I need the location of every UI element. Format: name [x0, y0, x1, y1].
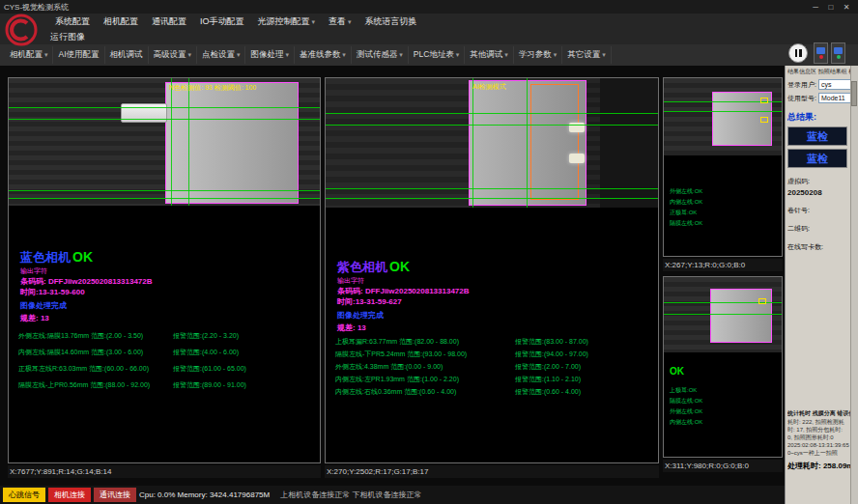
- heartbeat-status-badge: 心跳信号: [3, 488, 45, 502]
- measurement-row: 外侧左线:隔膜13.76mm 范围:(2.00 - 3.50) 报警范围:(2.…: [9, 331, 320, 344]
- menu-io-manual-config[interactable]: IO手动配置: [193, 14, 251, 30]
- alarm-range: 报警范围:(0.60 - 4.00): [515, 387, 581, 397]
- app-window: CYS-视觉检测系统 ─ □ ✕ 系统配置 相机配置 通讯配置 IO手动配置 光…: [0, 0, 858, 504]
- menu-language-switch[interactable]: 系统语言切换: [358, 14, 423, 30]
- overlay-line: [9, 107, 320, 108]
- sidebar-group-tabs[interactable]: 结果信息区 拍照结果组 检测结果组: [787, 66, 851, 76]
- mini-result-row: 正极耳:OK: [670, 208, 702, 218]
- toolbar: 相机配置 AI使用配置 相机调试 高级设置 点检设置 图像处理 基准线参数 测试…: [0, 44, 858, 66]
- scrollbar-thumb[interactable]: [851, 81, 857, 106]
- measurement-list: 上极耳漏R:63.77mm 范围:(82.00 - 88.00) 报警范围:(8…: [326, 337, 658, 400]
- app-logo-icon: [4, 13, 39, 47]
- status-bar: 心跳信号 相机连接 通讯连接 Cpu: 0.0% Memory: 3424.41…: [0, 486, 785, 504]
- overlay-line: [326, 188, 658, 189]
- tab-camera-debug[interactable]: 相机调试: [105, 46, 149, 64]
- status-led-icon: [837, 55, 841, 59]
- camera-icon: [816, 47, 825, 54]
- measure-value: 上极耳漏R:63.77mm 范围:(82.00 - 88.00): [335, 337, 459, 347]
- tab-ai-usage-config[interactable]: AI使用配置: [53, 46, 104, 64]
- connector-part: [121, 103, 167, 123]
- overlay-note: N色检测值: 93 检测阈值: 100: [169, 83, 256, 93]
- overlay-line: [9, 119, 320, 120]
- tab-image-processing[interactable]: 图像处理: [245, 46, 294, 64]
- sidebar-scrollbar[interactable]: [850, 66, 858, 504]
- maximize-button[interactable]: □: [823, 1, 839, 13]
- overlay-marker: [760, 98, 768, 103]
- alarm-range: 报警范围:(61.00 - 65.00): [173, 364, 246, 374]
- small-camera-view-bottom[interactable]: OK 上极耳:OK 隔膜左线:OK 外侧左线:OK 内侧左线:OK: [663, 276, 783, 458]
- tab-other-settings[interactable]: 其它设置: [562, 46, 611, 64]
- measurement-row: 上极耳漏R:63.77mm 范围:(82.00 - 88.00) 报警范围:(8…: [326, 337, 658, 350]
- output-label: 输出字符: [20, 266, 153, 276]
- tab-learning-params[interactable]: 学习参数: [514, 46, 562, 64]
- mini-result-row: 内侧左线:OK: [670, 197, 702, 208]
- menu-camera-config[interactable]: 相机配置: [97, 14, 145, 30]
- process-done-label: 图像处理完成: [337, 310, 470, 321]
- upper-camera-toggle-button[interactable]: [814, 42, 828, 64]
- menu-system-config[interactable]: 系统配置: [48, 14, 97, 30]
- model-field[interactable]: Mode11: [818, 93, 851, 103]
- measure-value: 内侧左线:隔膜14.60mm 范围:(3.00 - 6.00): [18, 348, 143, 357]
- process-time-value: 处理耗时: 258.09ms: [787, 461, 851, 471]
- barcode-text: 条码码: DFFJiiw2025020813313472B: [20, 276, 153, 287]
- lower-camera-toggle-button[interactable]: [831, 42, 845, 64]
- camera-view-blue[interactable]: N色检测值: 93 检测阈值: 100 蓝色相机OK 输出字符 条码码: DFF…: [8, 77, 321, 463]
- camera-name-label: 紫色相机: [337, 260, 387, 274]
- tab-advanced-settings[interactable]: 高级设置: [149, 46, 197, 64]
- login-user-field[interactable]: cys: [818, 79, 851, 90]
- mini-result-row: 外侧左线:OK: [670, 406, 702, 417]
- menu-view[interactable]: 查看: [322, 14, 358, 30]
- mini-result-list: 外侧左线:OK 内侧左线:OK 正极耳:OK 隔膜左线:OK: [670, 186, 702, 229]
- stats-line: 0, 拍照图形耗时:0: [787, 434, 851, 441]
- gauge-text: 规差: 13: [20, 313, 153, 323]
- result-block: 紫色相机OK 输出字符 条码码: DFFJiiw2025020813313472…: [337, 258, 470, 333]
- alarm-range: 报警范围:(89.00 - 91.00): [173, 380, 246, 390]
- measure-value: 正极耳左线R:63.03mm 范围:(60.00 - 66.00): [18, 364, 149, 374]
- tab-other-debug[interactable]: 其他调试: [465, 46, 513, 64]
- measurement-row: 隔膜左线-下PR5.24mm 范围:(93.00 - 98.00) 报警范围:(…: [326, 350, 658, 362]
- virtual-code-label: 虚拟码:: [787, 177, 851, 186]
- qr-code-label: 二维码:: [787, 224, 851, 234]
- measurement-row: 内侧左线:隔膜14.60mm 范围:(3.00 - 6.00) 报警范围:(4.…: [9, 348, 320, 360]
- tab-baseline-params[interactable]: 基准线参数: [295, 46, 352, 64]
- camera-name-label: 蓝色相机: [20, 250, 71, 265]
- login-user-label: 登录用户:: [787, 80, 816, 90]
- menu-light-control-config[interactable]: 光源控制配置: [251, 14, 322, 30]
- measure-value: 外侧左线:隔膜13.76mm 范围:(2.00 - 3.50): [18, 331, 143, 341]
- mini-result-row: 外侧左线:OK: [670, 186, 702, 197]
- stats-panel: 统计耗时 残膜分离 错误信息 耗时: 222, 拍照检测耗 时: 17, 拍照分…: [787, 409, 851, 471]
- stats-header[interactable]: 统计耗时 残膜分离 错误信息: [787, 409, 851, 418]
- overlay-marker: [758, 298, 766, 304]
- measurement-row: 正极耳左线R:63.03mm 范围:(60.00 - 66.00) 报警范围:(…: [9, 364, 320, 377]
- stats-line: 0~cys一种上一拍照: [787, 449, 851, 457]
- model-label: 使用型号:: [787, 94, 816, 103]
- measure-value: 隔膜左线-下PR5.24mm 范围:(93.00 - 98.00): [335, 350, 467, 359]
- tab-plc-address-table[interactable]: PLC地址表: [409, 46, 466, 64]
- tab-test-sensor[interactable]: 测试传感器: [352, 46, 409, 64]
- login-user-row: 登录用户: cys: [787, 79, 851, 90]
- overlay-line: [9, 198, 320, 199]
- tab-spot-check-settings[interactable]: 点检设置: [197, 46, 245, 64]
- minimize-button[interactable]: ─: [808, 1, 823, 13]
- pause-button[interactable]: [788, 43, 808, 63]
- pause-icon: [795, 49, 802, 57]
- result-box-upper: 蓝检: [787, 126, 847, 146]
- time-text: 时间:13-31-59-627: [337, 296, 470, 307]
- small-camera-view-top[interactable]: 外侧左线:OK 内侧左线:OK 正极耳:OK 隔膜左线:OK: [663, 77, 783, 257]
- overlay-line: [527, 78, 528, 208]
- overlay-line: [326, 125, 658, 126]
- camera-view-purple[interactable]: AI检测模式 紫色相机OK 输出字符 条码码: DFFJiiw202502081…: [325, 77, 659, 463]
- run-image-row: 运行图像: [0, 30, 858, 44]
- measurement-row: 隔膜左线-上PR0.56mm 范围:(88.00 - 92.00) 报警范围:(…: [9, 380, 320, 393]
- measurement-list: 外侧左线:隔膜13.76mm 范围:(2.00 - 3.50) 报警范围:(2.…: [9, 331, 320, 393]
- barcode-text: 条码码: DFFJiiw2025020813313472B: [337, 286, 470, 296]
- tab-camera-config[interactable]: 相机配置: [5, 46, 53, 64]
- menu-comm-config[interactable]: 通讯配置: [145, 14, 193, 30]
- menu-bar: 系统配置 相机配置 通讯配置 IO手动配置 光源控制配置 查看 系统语言切换: [0, 14, 858, 30]
- stats-line: 时: 17, 拍照分包耗时:: [787, 426, 851, 434]
- roll-needle-label: 卷针号:: [787, 206, 851, 215]
- camera-icon: [834, 47, 843, 54]
- close-button[interactable]: ✕: [839, 1, 854, 13]
- stats-line: 耗时: 222, 拍照检测耗: [787, 418, 851, 426]
- overlay-line: [326, 198, 658, 199]
